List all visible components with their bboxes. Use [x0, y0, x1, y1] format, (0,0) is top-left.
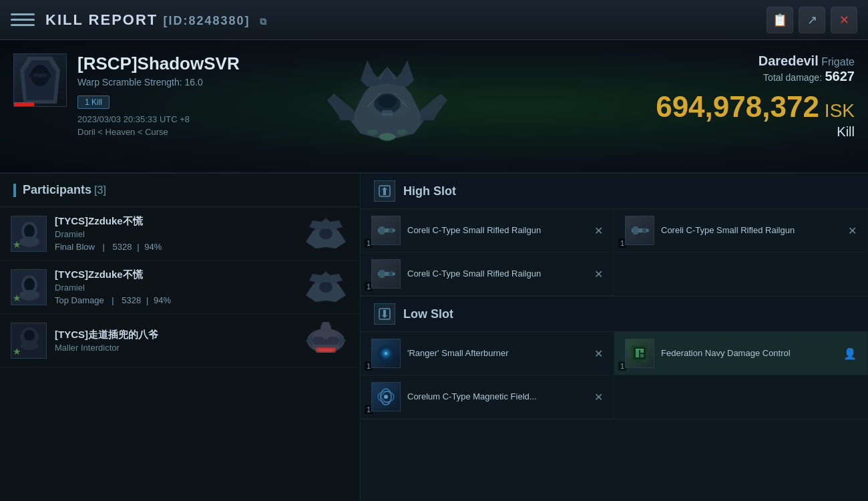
svg-point-66 — [385, 353, 387, 355]
low-slot-title: Low Slot — [403, 307, 453, 321]
svg-point-13 — [367, 130, 378, 135]
item-name: Coreli C-Type Small Rifled Railgun — [407, 225, 589, 236]
svg-rect-17 — [382, 110, 393, 116]
participant-info: [TYCS]Zzduke不慌 Dramiel Top Damage | 5328… — [55, 269, 302, 305]
title-actions: 📋 ↗ ✕ — [767, 7, 857, 33]
remove-item-button[interactable]: ✕ — [594, 391, 603, 403]
item-name: Coreli C-Type Small Rifled Railgun — [661, 225, 843, 236]
svg-rect-55 — [646, 229, 649, 232]
participant-ship: Dramiel — [55, 283, 302, 293]
damage-row: Total damage: 5627 — [656, 69, 855, 84]
slot-item[interactable]: 1 Corelum C-Type Magnetic Field... ✕ — [361, 375, 614, 419]
export-button[interactable]: ↗ — [799, 7, 825, 33]
header-right: Daredevil Frigate Total damage: 5627 694… — [656, 53, 855, 140]
close-button[interactable]: ✕ — [831, 7, 857, 33]
participant-item[interactable]: ★ [TYCS]走道插兜的八爷 Maller Interdictor — [0, 314, 360, 367]
participant-ship-image — [302, 215, 349, 252]
slot-item[interactable]: 1 'Ranger' Small Afterburner ✕ — [361, 332, 614, 375]
page-title: KILL REPORT [ID:8248380] ⧉ — [45, 11, 767, 29]
participant-ship-image — [302, 269, 349, 305]
svg-rect-4 — [33, 73, 47, 77]
high-slot-icon — [374, 180, 395, 202]
remove-item-button[interactable]: ✕ — [848, 224, 857, 237]
participant-ship-image — [302, 322, 349, 359]
svg-point-28 — [24, 278, 35, 291]
participant-name: [TYCS]Zzduke不慌 — [55, 269, 302, 281]
participants-header: Participants [3] — [0, 174, 360, 207]
svg-point-30 — [19, 290, 39, 301]
slot-item[interactable]: 1 Coreli C-Type Small Rifled Railgun ✕ — [361, 209, 614, 253]
remove-item-button[interactable]: ✕ — [594, 268, 603, 281]
svg-rect-71 — [640, 354, 644, 357]
fitting-panel: High Slot 1 Coreli C-Type Small Rifled R — [361, 174, 868, 501]
faction-star: ★ — [13, 293, 21, 303]
low-slot-section: Low Slot 1 'Ranger' Small — [361, 297, 868, 420]
warp-scramble: Warp Scramble Strength: 16.0 — [77, 77, 307, 88]
svg-point-25 — [319, 228, 333, 239]
high-slot-section: High Slot 1 Coreli C-Type Small Rifled R — [361, 174, 868, 297]
participant-avatar: ★ — [11, 269, 47, 305]
item-icon — [371, 382, 401, 411]
participant-stats: Top Damage | 5328 | 94% — [55, 295, 302, 305]
timestamp: 2023/03/03 20:35:33 UTC +8 — [77, 114, 307, 124]
svg-rect-51 — [393, 229, 395, 232]
svg-point-22 — [19, 236, 39, 247]
svg-rect-45 — [318, 349, 333, 351]
svg-rect-69 — [636, 349, 639, 357]
remove-item-button[interactable]: ✕ — [594, 224, 603, 237]
item-name: Coreli C-Type Small Rifled Railgun — [407, 269, 589, 280]
participant-name: [TYCS]Zzduke不慌 — [55, 215, 302, 228]
item-name: Corelum C-Type Magnetic Field... — [407, 391, 589, 403]
svg-marker-61 — [382, 310, 387, 318]
item-icon — [371, 216, 401, 245]
ship-info: Daredevil Frigate — [656, 53, 855, 69]
faction-star: ★ — [13, 346, 21, 357]
svg-point-33 — [319, 282, 333, 293]
participant-info: [TYCS]Zzduke不慌 Dramiel Final Blow | 5328… — [55, 215, 302, 252]
item-icon — [371, 259, 401, 289]
item-person-icon: 👤 — [843, 347, 857, 360]
high-slot-header: High Slot — [361, 174, 868, 209]
slot-item[interactable]: 1 Coreli C-Type Small Rifled Railgun ✕ — [361, 253, 614, 296]
pilot-name: [RSCP]ShadowSVR — [77, 53, 307, 74]
svg-point-75 — [384, 395, 388, 399]
faction-star: ★ — [13, 239, 21, 250]
participant-avatar: ★ — [11, 323, 47, 359]
svg-rect-59 — [393, 273, 395, 275]
svg-point-12 — [379, 133, 395, 141]
participant-item[interactable]: ★ [TYCS]Zzduke不慌 Dramiel Top Damage | 53… — [0, 261, 360, 314]
title-bar: KILL REPORT [ID:8248380] ⧉ 📋 ↗ ✕ — [0, 0, 868, 40]
pilot-info: [RSCP]ShadowSVR Warp Scramble Strength: … — [77, 53, 307, 137]
isk-row: 694,978,372 ISK — [656, 88, 855, 122]
svg-rect-49 — [379, 226, 385, 234]
participants-count: [3] — [94, 184, 106, 196]
kill-header: [RSCP]ShadowSVR Warp Scramble Strength: … — [0, 40, 868, 174]
item-name: 'Ranger' Small Afterburner — [407, 348, 589, 359]
participant-avatar: ★ — [11, 216, 47, 252]
participants-panel: Participants [3] ★ [TYCS]Zzduke不慌 — [0, 174, 361, 501]
clipboard-button[interactable]: 📋 — [767, 7, 793, 33]
svg-marker-47 — [382, 187, 387, 195]
low-slot-header: Low Slot — [361, 297, 868, 332]
main-content: Participants [3] ★ [TYCS]Zzduke不慌 — [0, 174, 868, 501]
remove-item-button[interactable]: ✕ — [594, 347, 603, 360]
header-left: [RSCP]ShadowSVR Warp Scramble Strength: … — [0, 40, 320, 172]
item-icon — [625, 339, 654, 368]
low-slot-icon — [374, 303, 395, 325]
svg-point-11 — [378, 95, 397, 108]
menu-button[interactable] — [11, 8, 35, 32]
location: Doril < Heaven < Curse — [77, 127, 307, 137]
svg-rect-72 — [636, 349, 644, 350]
low-slot-items: 1 'Ranger' Small Afterburner ✕ — [361, 332, 868, 419]
svg-point-38 — [24, 330, 35, 341]
high-slot-items: 1 Coreli C-Type Small Rifled Railgun ✕ — [361, 209, 868, 296]
ship-image — [294, 47, 481, 167]
slot-item[interactable]: 1 Coreli C-Type Small Rifled Railgun ✕ — [614, 209, 868, 253]
participant-item[interactable]: ★ [TYCS]Zzduke不慌 Dramiel Final Blow | 53… — [0, 207, 360, 261]
svg-point-20 — [24, 224, 35, 238]
participant-stats: Final Blow | 5328 | 94% — [55, 242, 302, 252]
participants-title: Participants — [23, 183, 91, 197]
slot-item[interactable]: 1 Federation Navy Damage Control 👤 — [614, 332, 868, 375]
participant-ship: Maller Interdictor — [55, 343, 302, 353]
participant-ship: Dramiel — [55, 229, 302, 239]
